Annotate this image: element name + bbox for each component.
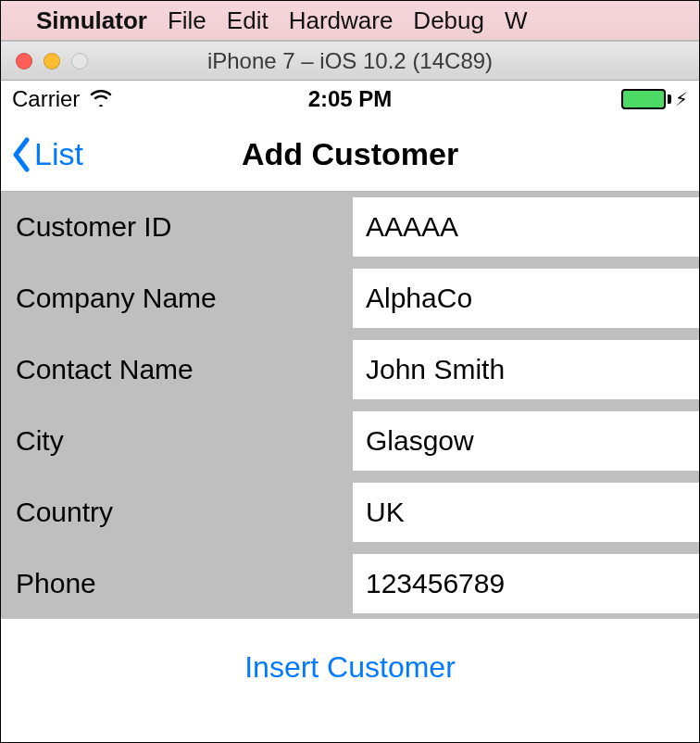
label-phone: Phone [1,548,353,619]
input-company-name[interactable] [353,269,699,328]
menu-window[interactable]: W [505,6,528,35]
menu-hardware[interactable]: Hardware [289,6,394,35]
form-row-country: Country [1,476,699,548]
status-bar-time: 2:05 PM [1,86,699,112]
label-company-name: Company Name [1,263,353,334]
input-country[interactable] [353,483,699,542]
form-row-phone: Phone [1,548,699,619]
battery-icon [621,89,666,109]
input-customer-id[interactable] [353,197,699,257]
menu-file[interactable]: File [168,6,206,35]
input-contact-name[interactable] [353,340,699,399]
label-customer-id: Customer ID [1,192,353,262]
input-phone[interactable] [353,554,699,613]
customer-form: Customer ID Company Name Contact Name Ci… [1,192,699,619]
label-city: City [1,406,353,476]
label-contact-name: Contact Name [1,334,353,405]
ios-status-bar: Carrier 2:05 PM ⚡︎ [1,81,699,118]
insert-customer-button[interactable]: Insert Customer [244,650,456,685]
menu-edit[interactable]: Edit [227,6,269,35]
page-title: Add Customer [1,136,699,172]
form-row-company-name: Company Name [1,262,699,334]
macos-menubar: Simulator File Edit Hardware Debug W [1,1,699,42]
app-menu[interactable]: Simulator [36,6,147,35]
form-row-city: City [1,405,699,476]
form-row-customer-id: Customer ID [1,192,699,262]
window-title: iPhone 7 – iOS 10.2 (14C89) [1,48,699,74]
ios-navigation-bar: List Add Customer [1,118,699,192]
label-country: Country [1,477,353,548]
menu-debug[interactable]: Debug [413,6,484,35]
form-row-contact-name: Contact Name [1,334,699,405]
form-actions: Insert Customer [1,619,699,685]
input-city[interactable] [353,411,699,471]
window-titlebar: iPhone 7 – iOS 10.2 (14C89) [1,42,699,81]
